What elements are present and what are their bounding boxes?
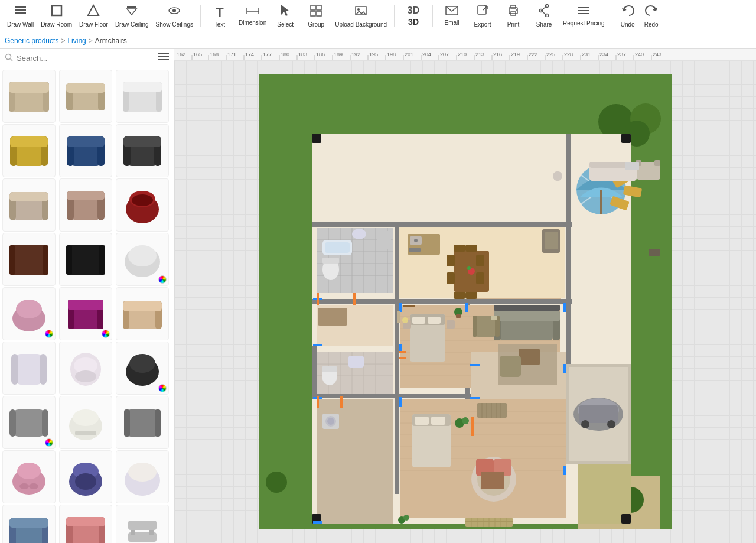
svg-rect-44 bbox=[9, 82, 49, 93]
furniture-item-11[interactable] bbox=[59, 233, 112, 286]
svg-rect-256 bbox=[654, 160, 660, 166]
svg-rect-296 bbox=[397, 311, 400, 323]
furniture-item-20[interactable] bbox=[59, 396, 112, 449]
svg-rect-239 bbox=[322, 258, 339, 264]
request-pricing-button[interactable]: Request Pricing bbox=[561, 2, 607, 30]
draw-wall-icon bbox=[14, 4, 27, 20]
svg-rect-211 bbox=[409, 248, 421, 252]
svg-rect-94 bbox=[15, 354, 43, 385]
svg-point-113 bbox=[19, 483, 29, 489]
furniture-item-18[interactable] bbox=[116, 342, 169, 395]
furniture-item-4[interactable] bbox=[2, 124, 56, 177]
svg-rect-276 bbox=[313, 521, 322, 524]
furniture-item-27[interactable] bbox=[116, 505, 169, 543]
undo-button[interactable]: Undo bbox=[617, 2, 638, 30]
furniture-item-22[interactable] bbox=[2, 450, 56, 503]
search-input[interactable] bbox=[17, 54, 155, 63]
svg-rect-131 bbox=[149, 530, 154, 535]
furniture-item-23[interactable] bbox=[59, 450, 112, 503]
show-ceilings-button[interactable]: Show Ceilings bbox=[154, 2, 195, 30]
furniture-item-16[interactable] bbox=[2, 342, 56, 395]
svg-rect-265 bbox=[399, 397, 402, 407]
furniture-item-25[interactable] bbox=[2, 505, 56, 543]
svg-line-37 bbox=[11, 58, 13, 61]
svg-point-291 bbox=[403, 515, 409, 521]
redo-button[interactable]: Redo bbox=[641, 2, 662, 30]
svg-point-8 bbox=[172, 9, 176, 12]
svg-rect-274 bbox=[563, 364, 566, 373]
canvas-area[interactable]: 162 165 168 171 174 177 180 183 186 189 bbox=[174, 49, 756, 543]
print-button[interactable]: Print bbox=[499, 2, 527, 30]
svg-rect-153 bbox=[312, 222, 572, 227]
furniture-item-14[interactable] bbox=[59, 287, 112, 340]
svg-rect-318 bbox=[471, 427, 474, 436]
share-button[interactable]: Share bbox=[530, 2, 558, 30]
furniture-item-24[interactable] bbox=[116, 450, 169, 503]
svg-rect-198 bbox=[447, 255, 455, 266]
draw-wall-button[interactable]: Draw Wall bbox=[5, 2, 36, 30]
color-dot-13 bbox=[45, 330, 53, 338]
breadcrumb-sep-1: > bbox=[61, 37, 65, 45]
floor-plan-container[interactable] bbox=[174, 61, 756, 543]
svg-point-119 bbox=[128, 463, 157, 482]
draw-room-button[interactable]: Draw Room bbox=[38, 2, 74, 30]
svg-rect-266 bbox=[465, 303, 468, 312]
toolbar-separator-1 bbox=[200, 5, 201, 27]
undo-icon bbox=[621, 4, 634, 20]
breadcrumb-generic-products[interactable]: Generic products bbox=[5, 37, 58, 45]
breadcrumb-living[interactable]: Living bbox=[67, 37, 86, 45]
upload-background-button[interactable]: Upload Background bbox=[333, 2, 389, 30]
furniture-item-8[interactable] bbox=[59, 178, 112, 232]
svg-rect-282 bbox=[481, 472, 504, 489]
color-dot-18 bbox=[158, 384, 167, 392]
svg-rect-130 bbox=[131, 530, 135, 535]
email-button[interactable]: Email bbox=[438, 2, 466, 30]
upload-background-icon bbox=[354, 4, 367, 20]
svg-rect-277 bbox=[563, 466, 566, 475]
furniture-item-12[interactable] bbox=[116, 233, 169, 286]
text-button[interactable]: T Text bbox=[206, 2, 234, 30]
furniture-item-13[interactable] bbox=[2, 287, 56, 340]
furniture-item-7[interactable] bbox=[2, 178, 56, 232]
furniture-item-6[interactable] bbox=[116, 124, 169, 177]
floor-plan-wrapper[interactable] bbox=[259, 74, 672, 529]
furniture-item-15[interactable] bbox=[116, 287, 169, 340]
svg-rect-108 bbox=[127, 409, 158, 437]
menu-icon[interactable] bbox=[158, 53, 169, 63]
svg-rect-2 bbox=[15, 12, 26, 14]
furniture-item-5[interactable] bbox=[59, 124, 112, 177]
svg-rect-93 bbox=[123, 301, 162, 311]
furniture-item-10[interactable] bbox=[2, 233, 56, 286]
svg-rect-25 bbox=[511, 5, 516, 8]
furniture-item-2[interactable] bbox=[59, 70, 112, 123]
dimension-button[interactable]: Dimension bbox=[236, 2, 269, 30]
export-icon bbox=[476, 4, 489, 20]
toolbar-separator-2 bbox=[394, 5, 395, 27]
draw-ceiling-button[interactable]: Draw Ceiling bbox=[113, 2, 151, 30]
furniture-item-21[interactable] bbox=[116, 396, 169, 449]
furniture-item-19[interactable] bbox=[2, 396, 56, 449]
export-button[interactable]: Export bbox=[468, 2, 497, 30]
furniture-item-26[interactable] bbox=[59, 505, 112, 543]
svg-rect-89 bbox=[68, 300, 103, 310]
furniture-item-3[interactable] bbox=[116, 70, 169, 123]
draw-floor-button[interactable]: Draw Floor bbox=[77, 2, 110, 30]
view-3d-button[interactable]: 3D 3D bbox=[399, 2, 428, 30]
select-button[interactable]: Select bbox=[271, 2, 299, 30]
furniture-item-1[interactable] bbox=[2, 70, 56, 123]
svg-rect-109 bbox=[124, 409, 130, 437]
request-pricing-icon bbox=[577, 5, 590, 19]
svg-rect-242 bbox=[325, 242, 350, 253]
svg-rect-229 bbox=[447, 320, 455, 329]
email-icon bbox=[445, 6, 458, 18]
svg-rect-76 bbox=[12, 245, 45, 275]
svg-rect-52 bbox=[123, 82, 162, 92]
svg-rect-271 bbox=[313, 344, 322, 346]
svg-rect-60 bbox=[67, 136, 105, 147]
svg-rect-218 bbox=[494, 305, 560, 311]
furniture-item-17[interactable] bbox=[59, 342, 112, 395]
group-button[interactable]: Group bbox=[302, 2, 330, 30]
svg-line-32 bbox=[541, 11, 547, 15]
furniture-item-9[interactable] bbox=[116, 178, 169, 232]
svg-rect-48 bbox=[66, 83, 105, 93]
